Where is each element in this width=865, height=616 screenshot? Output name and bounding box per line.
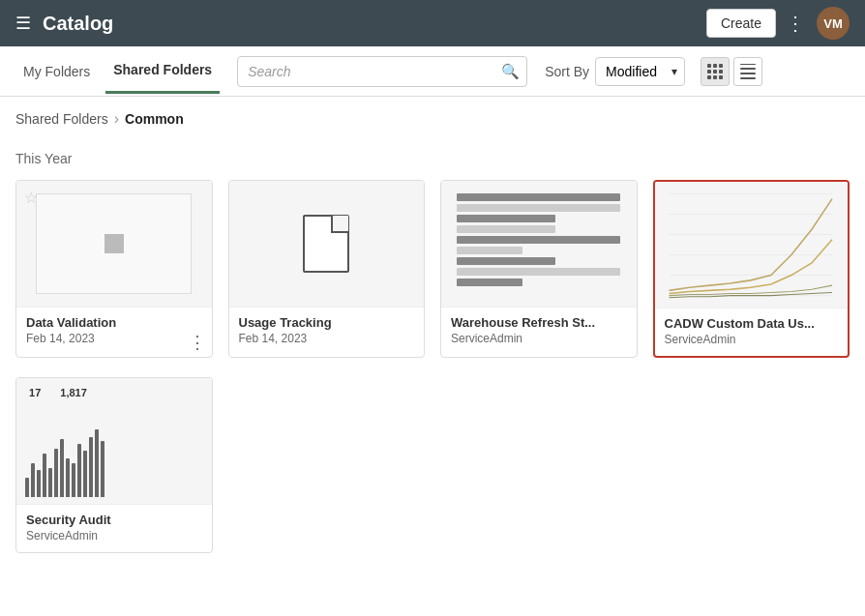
card-cadw-custom[interactable]: CADW Custom Data Us... ServiceAdmin: [653, 180, 850, 358]
star-icon[interactable]: ☆: [24, 189, 38, 207]
card-name: Security Audit: [26, 513, 202, 527]
card-info-warehouse-refresh: Warehouse Refresh St... ServiceAdmin: [441, 307, 637, 355]
thumbnail-preview: [36, 193, 192, 294]
stat-2: 1,817: [60, 387, 87, 398]
card-info-cadw: CADW Custom Data Us... ServiceAdmin: [655, 308, 849, 356]
security-chart: [25, 403, 202, 497]
tab-shared-folders[interactable]: Shared Folders: [105, 48, 220, 94]
app-title: Catalog: [43, 13, 706, 35]
grid-icon: [707, 64, 723, 79]
section-title: This Year: [15, 151, 850, 166]
card-thumbnail-warehouse-refresh: [441, 181, 637, 307]
menu-icon[interactable]: ☰: [15, 13, 31, 34]
security-stats: 17 1,817: [25, 385, 202, 400]
view-toggle: [701, 57, 762, 86]
card-meta: Feb 14, 2023: [239, 332, 415, 345]
card-meta: ServiceAdmin: [451, 332, 627, 345]
card-warehouse-refresh[interactable]: Warehouse Refresh St... ServiceAdmin: [440, 180, 638, 358]
tab-my-folders[interactable]: My Folders: [15, 50, 98, 93]
thumbnail-placeholder: [104, 234, 124, 253]
cards-row-1: ☆ Data Validation Feb 14, 2023 ⋮ Usage T…: [15, 180, 850, 358]
card-security-audit[interactable]: 17 1,817: [15, 377, 213, 553]
card-meta: Feb 14, 2023: [26, 332, 202, 345]
more-options-icon[interactable]: ⋮: [786, 12, 805, 35]
document-icon: [303, 215, 349, 273]
create-button[interactable]: Create: [706, 9, 776, 38]
card-thumbnail-security-audit: 17 1,817: [16, 378, 212, 504]
cards-row-2: 17 1,817: [15, 377, 850, 553]
avatar[interactable]: VM: [817, 7, 850, 40]
search-input[interactable]: [237, 56, 527, 87]
sort-dropdown[interactable]: Modified Name Created Type: [595, 57, 685, 86]
thumbnail-lines: [451, 188, 626, 301]
sort-by-label: Sort By Modified Name Created Type: [545, 57, 685, 86]
subnav: My Folders Shared Folders 🔍 Sort By Modi…: [0, 46, 865, 97]
breadcrumb-current: Common: [125, 111, 184, 127]
card-meta: ServiceAdmin: [665, 333, 839, 346]
breadcrumb-separator: ›: [114, 110, 119, 128]
grid-view-button[interactable]: [701, 57, 730, 86]
card-thumbnail-usage-tracking: [229, 181, 425, 307]
stat-1: 17: [29, 387, 41, 398]
content-area: This Year ☆ Data Validation Feb 14, 2023…: [0, 132, 865, 569]
card-info-data-validation: Data Validation Feb 14, 2023 ⋮: [16, 307, 212, 355]
card-info-security-audit: Security Audit ServiceAdmin: [16, 504, 212, 552]
security-thumb-content: 17 1,817: [21, 381, 206, 501]
breadcrumb: Shared Folders › Common: [0, 97, 865, 132]
card-thumbnail-data-validation: ☆: [16, 181, 212, 307]
list-icon: [740, 64, 756, 79]
search-icon: 🔍: [501, 63, 520, 80]
topbar: ☰ Catalog Create ⋮ VM: [0, 0, 865, 46]
card-name: Data Validation: [26, 315, 202, 330]
card-name: Usage Tracking: [239, 315, 415, 330]
sort-select-wrap: Modified Name Created Type: [595, 57, 685, 86]
list-view-button[interactable]: [733, 57, 762, 86]
card-more-icon[interactable]: ⋮: [189, 334, 206, 351]
breadcrumb-parent[interactable]: Shared Folders: [15, 111, 108, 127]
card-data-validation[interactable]: ☆ Data Validation Feb 14, 2023 ⋮: [15, 180, 213, 358]
card-info-usage-tracking: Usage Tracking Feb 14, 2023: [229, 307, 425, 355]
line-chart-svg: [659, 182, 843, 308]
card-meta: ServiceAdmin: [26, 529, 202, 543]
sort-label: Sort By: [545, 64, 589, 79]
search-container: 🔍: [237, 56, 527, 87]
card-name: Warehouse Refresh St...: [451, 315, 627, 330]
card-usage-tracking[interactable]: Usage Tracking Feb 14, 2023: [228, 180, 426, 358]
card-name: CADW Custom Data Us...: [665, 316, 839, 331]
card-thumbnail-cadw: [655, 182, 849, 308]
